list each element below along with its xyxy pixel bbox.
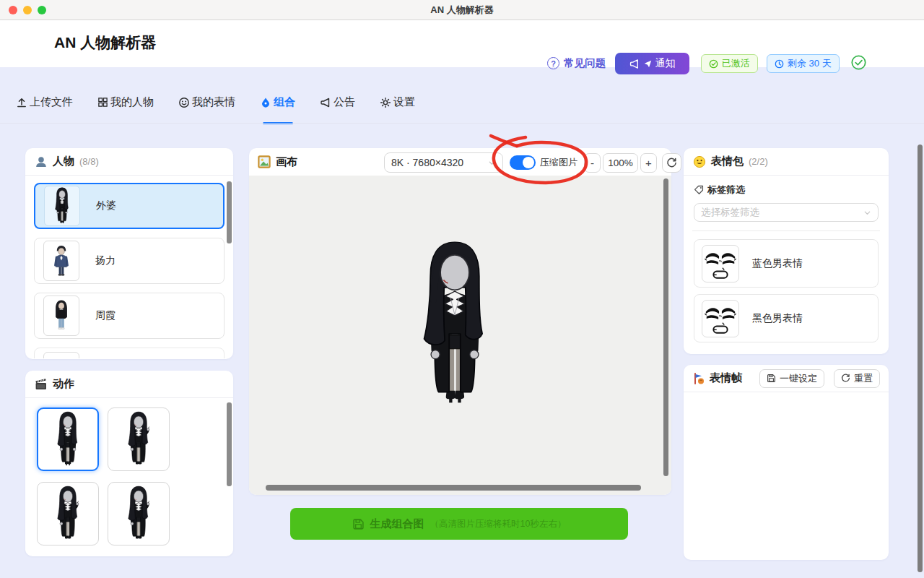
pose-thumbnail[interactable] <box>108 482 170 545</box>
compress-label: 压缩图片 <box>540 156 578 169</box>
macos-titlebar: AN 人物解析器 <box>0 0 924 20</box>
emotion-thumbnail <box>702 300 739 337</box>
plane-icon <box>644 60 652 68</box>
tabs-divider <box>0 123 924 124</box>
actions-scrollbar[interactable] <box>227 402 232 486</box>
palette-icon <box>692 372 705 385</box>
tab-compose[interactable]: 组合 <box>260 95 295 118</box>
chevron-down-icon <box>488 159 496 167</box>
question-circle-icon: ? <box>547 57 559 69</box>
tab-label: 公告 <box>334 95 355 109</box>
notify-button[interactable]: 通知 <box>615 53 689 74</box>
composed-character[interactable] <box>408 235 502 414</box>
character-thumbnail <box>44 186 80 226</box>
window-title: AN 人物解析器 <box>0 0 924 20</box>
canvas-panel: 画布 <box>249 148 671 495</box>
character-item[interactable] <box>34 348 225 358</box>
tab-announcements[interactable]: 公告 <box>320 95 355 118</box>
reset-refresh-icon <box>841 374 850 383</box>
emotion-thumbnail <box>702 245 739 282</box>
faq-link[interactable]: ? 常见问题 <box>547 56 606 70</box>
window-scrollbar[interactable] <box>918 144 923 572</box>
characters-list: 外婆 扬力 周霞 <box>25 176 233 358</box>
canvas-toolbar: 8K · 7680×4320 压缩图片 - 100% + <box>384 152 681 173</box>
one-click-set-label: 一键设定 <box>780 372 817 385</box>
canvas-horizontal-scrollbar[interactable] <box>266 485 641 491</box>
zoom-in-button[interactable]: + <box>640 153 657 173</box>
emotions-count: (2/2) <box>749 156 768 167</box>
announcement-icon <box>320 97 331 108</box>
canvas-refresh-button[interactable] <box>662 153 681 173</box>
grid-icon <box>97 97 108 108</box>
one-click-set-button[interactable]: 一键设定 <box>759 369 824 388</box>
actions-grid <box>25 398 233 556</box>
character-thumbnail <box>43 241 79 281</box>
character-item[interactable]: 扬力 <box>34 238 225 284</box>
zoom-controls: - 100% + <box>584 153 657 173</box>
tab-label: 组合 <box>274 95 295 109</box>
compress-toggle[interactable] <box>510 155 536 170</box>
tab-settings[interactable]: 设置 <box>380 95 415 118</box>
emotions-title: 表情包 <box>711 155 744 168</box>
generate-button[interactable]: 生成组合图 （高清图片压缩将耗时10秒左右） <box>290 508 628 540</box>
character-item[interactable]: 周霞 <box>34 293 225 339</box>
toggle-knob <box>523 157 534 168</box>
tab-my-emotions[interactable]: 我的表情 <box>178 95 235 118</box>
person-icon <box>35 155 48 168</box>
pose-thumbnail[interactable] <box>37 482 99 545</box>
actions-panel: 动作 <box>25 371 233 556</box>
frames-panel: 表情帧 一键设定 重置 <box>684 365 889 560</box>
emotions-panel: 表情包 (2/2) 标签筛选 选择标签筛选 蓝色男表情 黑色男表情 <box>684 148 889 354</box>
clapperboard-icon <box>35 378 48 391</box>
picture-icon <box>258 155 271 168</box>
pose-thumbnail[interactable] <box>108 407 170 471</box>
tab-label: 我的表情 <box>192 95 235 109</box>
generate-hint: （高清图片压缩将耗时10秒左右） <box>430 518 567 530</box>
divider <box>692 230 880 231</box>
reset-button[interactable]: 重置 <box>834 369 880 388</box>
tag-filter-label-row: 标签筛选 <box>694 184 879 197</box>
days-left-label: 剩余 30 天 <box>788 57 832 70</box>
character-thumbnail <box>43 296 79 336</box>
actions-title: 动作 <box>53 377 74 391</box>
canvas-title: 画布 <box>276 155 297 169</box>
clock-icon <box>775 59 784 69</box>
tag-icon <box>694 185 704 195</box>
chevron-down-icon <box>863 209 871 217</box>
emotion-item[interactable]: 蓝色男表情 <box>694 239 879 288</box>
main-tabs: 上传文件 我的人物 我的表情 组合 公告 设置 <box>16 95 415 118</box>
save-icon <box>352 518 365 530</box>
character-name: 周霞 <box>95 309 116 322</box>
characters-panel: 人物 (8/8) 外婆 扬力 周霞 <box>25 148 233 359</box>
characters-title: 人物 <box>53 155 74 168</box>
page-title: AN 人物解析器 <box>54 33 156 53</box>
pose-thumbnail[interactable] <box>37 407 99 471</box>
emotion-item[interactable]: 黑色男表情 <box>694 294 879 342</box>
character-thumbnail <box>43 352 79 358</box>
ink-pen-icon <box>260 97 271 108</box>
compress-control: 压缩图片 <box>510 155 578 170</box>
shield-check-icon <box>709 59 718 69</box>
character-item[interactable]: 外婆 <box>34 183 225 229</box>
zoom-out-button[interactable]: - <box>584 153 601 173</box>
smiley-icon <box>693 155 706 168</box>
canvas-vertical-scrollbar[interactable] <box>663 178 668 476</box>
app-window: AN 人物解析器 AN 人物解析器 ? 常见问题 通知 已激活 <box>0 0 924 578</box>
generate-label: 生成组合图 <box>370 517 424 531</box>
tab-my-characters[interactable]: 我的人物 <box>97 95 154 118</box>
tag-filter-placeholder: 选择标签筛选 <box>701 206 863 219</box>
tag-filter-select[interactable]: 选择标签筛选 <box>694 203 879 222</box>
character-name: 外婆 <box>96 199 116 212</box>
tab-label: 上传文件 <box>30 95 73 109</box>
tab-upload-files[interactable]: 上传文件 <box>16 95 73 118</box>
reset-label: 重置 <box>854 372 873 385</box>
canvas-viewport[interactable] <box>249 176 671 495</box>
upload-icon <box>16 97 27 108</box>
characters-scrollbar[interactable] <box>227 181 232 243</box>
characters-count: (8/8) <box>79 156 99 167</box>
resolution-select[interactable]: 8K · 7680×4320 <box>384 152 503 173</box>
emotion-name: 黑色男表情 <box>752 312 803 325</box>
frames-title: 表情帧 <box>710 371 742 385</box>
check-circle-icon <box>850 54 867 71</box>
tab-label: 设置 <box>393 95 415 109</box>
